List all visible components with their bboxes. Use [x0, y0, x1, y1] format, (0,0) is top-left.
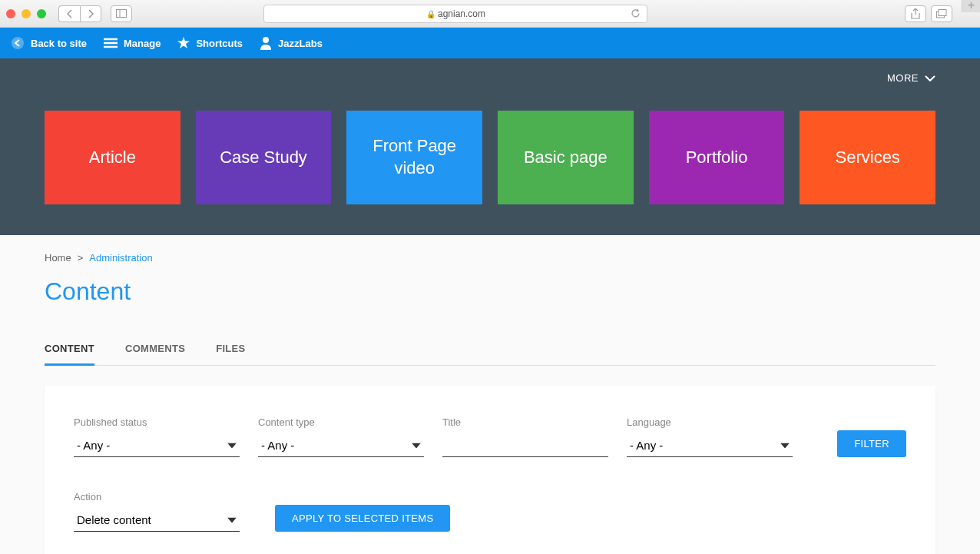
maximize-window-button[interactable] [37, 9, 46, 18]
chevron-left-icon [67, 9, 73, 18]
breadcrumb-separator: > [78, 252, 84, 264]
title-label: Title [442, 416, 608, 428]
star-icon [177, 37, 190, 49]
shortcuts-label: Shortcuts [196, 38, 243, 49]
tab-content[interactable]: CONTENT [45, 333, 94, 366]
filter-row: Published status - Any - Content type - … [74, 416, 906, 457]
manage-label: Manage [124, 38, 161, 49]
back-button[interactable] [58, 5, 80, 22]
page-title: Content [45, 277, 935, 306]
content-area: Home > Administration Content CONTENT CO… [0, 235, 980, 554]
window-controls [6, 9, 46, 18]
language-select[interactable]: - Any - [627, 434, 793, 457]
share-button[interactable] [905, 5, 926, 22]
cards-row: Article Case Study Front Page video Basi… [45, 111, 935, 204]
svg-rect-0 [117, 10, 127, 18]
url-text: agnian.com [438, 8, 485, 19]
title-input[interactable] [442, 434, 608, 457]
tab-label: CONTENT [45, 343, 94, 354]
title-field: Title [442, 416, 608, 457]
filter-button[interactable]: FILTER [837, 430, 906, 457]
lock-icon: 🔒 [426, 10, 435, 18]
published-status-field: Published status - Any - [74, 416, 240, 457]
chevron-down-icon [925, 75, 935, 81]
apply-button[interactable]: APPLY TO SELECTED ITEMS [275, 505, 450, 532]
svg-point-4 [12, 37, 24, 49]
tabs-button[interactable] [931, 5, 952, 22]
apply-button-label: APPLY TO SELECTED ITEMS [292, 513, 433, 524]
tabs: CONTENT COMMENTS FILES [45, 333, 935, 366]
language-label: Language [627, 416, 793, 428]
card-label: Basic page [524, 147, 608, 169]
card-front-page-video[interactable]: Front Page video [346, 111, 482, 204]
chevron-right-icon [88, 9, 94, 18]
more-button[interactable]: MORE [887, 72, 935, 84]
minimize-window-button[interactable] [22, 9, 31, 18]
back-arrow-icon [11, 36, 25, 50]
filter-panel: Published status - Any - Content type - … [45, 386, 935, 554]
manage-link[interactable]: Manage [104, 38, 161, 49]
card-label: Portfolio [686, 147, 748, 169]
action-select[interactable]: Delete content [74, 509, 240, 532]
breadcrumb: Home > Administration [45, 252, 935, 264]
sidebar-icon [116, 9, 127, 18]
back-to-site-label: Back to site [31, 38, 87, 49]
hamburger-icon [104, 38, 118, 48]
content-type-cards-section: MORE Article Case Study Front Page video… [0, 58, 980, 235]
breadcrumb-home[interactable]: Home [45, 252, 71, 264]
tab-files[interactable]: FILES [216, 333, 245, 366]
reload-icon [631, 8, 641, 18]
content-type-label: Content type [258, 416, 424, 428]
svg-point-8 [263, 37, 269, 43]
new-tab-button[interactable]: + [962, 0, 980, 12]
card-label: Article [89, 147, 136, 169]
content-type-select[interactable]: - Any - [258, 434, 424, 457]
more-label: MORE [887, 72, 919, 84]
card-label: Services [836, 147, 900, 169]
browser-right-buttons [905, 5, 952, 22]
card-label: Front Page video [354, 135, 475, 179]
plus-icon: + [968, 0, 975, 12]
sidebar-toggle-button[interactable] [111, 5, 132, 22]
back-to-site-link[interactable]: Back to site [11, 36, 87, 50]
published-status-select[interactable]: - Any - [74, 434, 240, 457]
user-label: JazzLabs [278, 38, 323, 49]
tabs-icon [936, 9, 947, 18]
admin-toolbar: Back to site Manage Shortcuts JazzLabs [0, 28, 980, 58]
content-type-field: Content type - Any - [258, 416, 424, 457]
tab-comments[interactable]: COMMENTS [125, 333, 185, 366]
user-icon [260, 36, 272, 50]
reload-button[interactable] [631, 8, 641, 18]
svg-rect-3 [939, 9, 946, 15]
browser-chrome: 🔒 agnian.com + [0, 0, 980, 28]
close-window-button[interactable] [6, 9, 15, 18]
card-article[interactable]: Article [45, 111, 180, 204]
action-label: Action [74, 491, 240, 503]
forward-button[interactable] [80, 5, 101, 22]
action-field: Action Delete content [74, 491, 240, 532]
tab-label: FILES [216, 343, 245, 354]
filter-button-label: FILTER [854, 438, 889, 450]
url-bar[interactable]: 🔒 agnian.com [263, 5, 647, 23]
card-case-study[interactable]: Case Study [196, 111, 332, 204]
card-basic-page[interactable]: Basic page [498, 111, 634, 204]
card-services[interactable]: Services [800, 111, 935, 204]
card-portfolio[interactable]: Portfolio [649, 111, 785, 204]
shortcuts-link[interactable]: Shortcuts [177, 37, 243, 49]
user-link[interactable]: JazzLabs [260, 36, 323, 50]
tab-label: COMMENTS [125, 343, 185, 354]
language-field: Language - Any - [627, 416, 793, 457]
published-status-label: Published status [74, 416, 240, 428]
share-icon [911, 8, 920, 19]
card-label: Case Study [220, 147, 307, 169]
action-row: Action Delete content APPLY TO SELECTED … [74, 491, 906, 532]
nav-buttons [58, 5, 101, 22]
breadcrumb-administration[interactable]: Administration [89, 252, 152, 264]
